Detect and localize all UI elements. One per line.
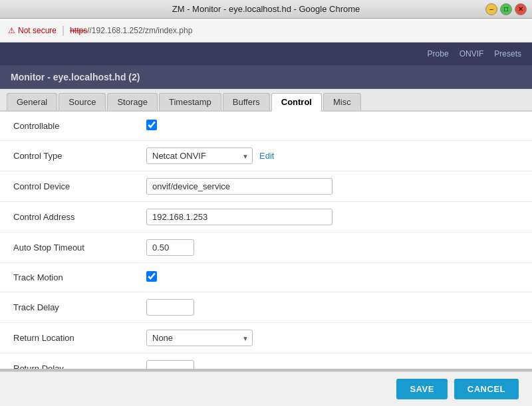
cancel-button[interactable]: CANCEL xyxy=(454,379,519,399)
return-location-select-wrap: None Home Preset 1 Preset 2 ▼ xyxy=(146,330,253,346)
app-header-links: Probe ONVIF Presets xyxy=(428,49,521,58)
tab-control[interactable]: Control xyxy=(271,93,322,112)
auto-stop-timeout-row: Auto Stop Timeout xyxy=(0,233,532,263)
tabs-bar: General Source Storage Timestamp Buffers… xyxy=(0,89,532,112)
controllable-control xyxy=(146,120,519,132)
title-bar-controls: – □ ✕ xyxy=(485,3,527,15)
save-button[interactable]: SAVE xyxy=(396,379,447,399)
control-address-input[interactable] xyxy=(146,209,332,225)
controllable-label: Controllable xyxy=(13,121,146,131)
control-device-control xyxy=(146,178,519,195)
return-location-control: None Home Preset 1 Preset 2 ▼ xyxy=(146,330,519,346)
return-location-wrap: None Home Preset 1 Preset 2 ▼ xyxy=(146,330,519,346)
onvif-link[interactable]: ONVIF xyxy=(460,49,484,58)
control-type-wrap: Netcat ONVIF None ▼ Edit xyxy=(146,148,519,164)
probe-link[interactable]: Probe xyxy=(428,49,449,58)
tab-storage[interactable]: Storage xyxy=(107,93,158,110)
edit-link[interactable]: Edit xyxy=(259,151,274,161)
return-location-label: Return Location xyxy=(13,333,146,343)
controllable-checkbox[interactable] xyxy=(146,120,157,130)
monitor-title: Monitor - eye.localhost.hd (2) xyxy=(11,72,140,82)
tab-general[interactable]: General xyxy=(7,93,57,110)
control-type-row: Control Type Netcat ONVIF None ▼ Edit xyxy=(0,141,532,171)
close-button[interactable]: ✕ xyxy=(515,3,527,15)
track-delay-label: Track Delay xyxy=(13,302,146,312)
return-location-row: Return Location None Home Preset 1 Prese… xyxy=(0,323,532,354)
return-delay-label: Return Delay xyxy=(13,363,146,369)
control-address-control xyxy=(146,209,519,225)
monitor-title-bar: Monitor - eye.localhost.hd (2) xyxy=(0,65,532,89)
track-delay-row: Track Delay xyxy=(0,292,532,323)
track-delay-control xyxy=(146,299,519,316)
track-motion-row: Track Motion xyxy=(0,263,532,292)
control-address-row: Control Address xyxy=(0,202,532,233)
return-delay-control xyxy=(146,360,519,369)
tab-buffers[interactable]: Buffers xyxy=(223,93,270,110)
maximize-button[interactable]: □ xyxy=(500,3,512,15)
url-bar[interactable]: https//192.168.1.252/zm/index.php xyxy=(70,26,192,35)
divider: | xyxy=(62,25,65,37)
control-type-label: Control Type xyxy=(13,151,146,161)
return-location-select[interactable]: None Home Preset 1 Preset 2 xyxy=(146,330,253,346)
minimize-button[interactable]: – xyxy=(485,3,497,15)
control-address-label: Control Address xyxy=(13,212,146,222)
auto-stop-timeout-control xyxy=(146,239,519,256)
return-delay-input[interactable] xyxy=(146,360,194,369)
title-bar-text: ZM - Monitor - eye.localhost.hd - Google… xyxy=(172,4,360,14)
presets-link[interactable]: Presets xyxy=(494,49,521,58)
track-motion-checkbox[interactable] xyxy=(146,271,157,282)
track-motion-label: Track Motion xyxy=(13,272,146,282)
track-motion-control xyxy=(146,271,519,284)
main-content: Controllable Control Type Netcat ONVIF N… xyxy=(0,112,532,369)
not-secure-indicator: ⚠ Not secure xyxy=(8,26,57,35)
control-type-control: Netcat ONVIF None ▼ Edit xyxy=(146,148,519,164)
app-header: Probe ONVIF Presets xyxy=(0,43,532,65)
control-device-input[interactable] xyxy=(146,178,332,195)
tab-misc[interactable]: Misc xyxy=(323,93,361,110)
track-delay-input[interactable] xyxy=(146,299,194,316)
controllable-row: Controllable xyxy=(0,112,532,141)
control-type-select[interactable]: Netcat ONVIF None xyxy=(146,148,253,164)
control-type-select-wrap: Netcat ONVIF None ▼ xyxy=(146,148,253,164)
auto-stop-timeout-label: Auto Stop Timeout xyxy=(13,243,146,253)
tab-timestamp[interactable]: Timestamp xyxy=(159,93,221,110)
footer: SAVE CANCEL xyxy=(0,371,532,406)
title-bar: ZM - Monitor - eye.localhost.hd - Google… xyxy=(0,0,532,19)
control-device-row: Control Device xyxy=(0,171,532,202)
control-device-label: Control Device xyxy=(13,181,146,191)
tab-source[interactable]: Source xyxy=(59,93,106,110)
return-delay-row: Return Delay xyxy=(0,354,532,369)
https-text: https xyxy=(70,26,87,35)
address-bar: ⚠ Not secure | https//192.168.1.252/zm/i… xyxy=(0,19,532,43)
url-rest: //192.168.1.252/zm/index.php xyxy=(87,26,192,35)
warning-icon: ⚠ xyxy=(8,26,15,35)
auto-stop-timeout-input[interactable] xyxy=(146,239,194,256)
